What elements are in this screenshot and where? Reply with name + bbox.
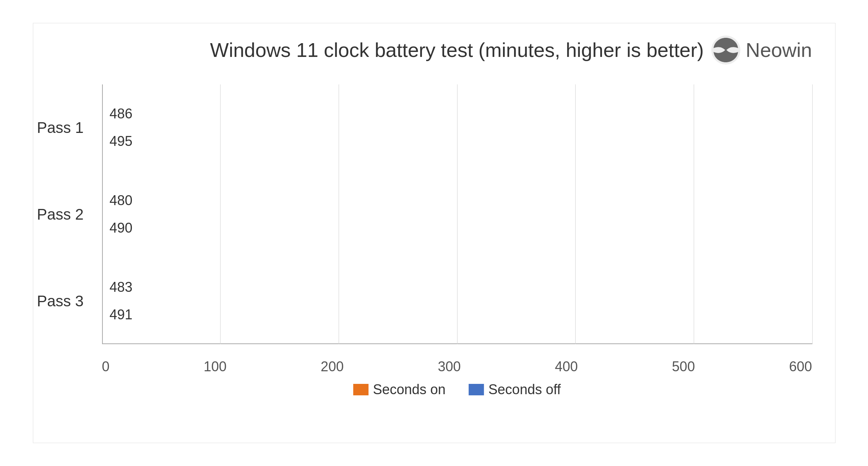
legend-color-orange (353, 384, 368, 395)
legend-label-seconds-off: Seconds off (488, 382, 561, 398)
legend-color-blue (469, 384, 484, 395)
bar-label-pass3-blue: 491 (109, 307, 132, 323)
bar-label-pass2-blue: 490 (109, 220, 132, 236)
x-label-300: 300 (438, 359, 461, 375)
neowin-logo: Neowin (711, 35, 812, 65)
grid-line-600 (812, 84, 813, 344)
legend: Seconds on Seconds off (353, 382, 561, 398)
bar-groups: Pass 1 486 495 Pass 2 480 (102, 84, 812, 344)
x-labels: 0 100 200 300 400 500 600 (102, 359, 812, 375)
x-label-100: 100 (204, 359, 227, 375)
chart-area: Pass 1 486 495 Pass 2 480 (102, 84, 812, 344)
x-label-600: 600 (789, 359, 812, 375)
bar-label-pass2-orange: 480 (109, 193, 132, 209)
x-label-500: 500 (672, 359, 695, 375)
bar-group-pass1: Pass 1 486 495 (102, 101, 812, 154)
x-label-200: 200 (321, 359, 344, 375)
legend-label-seconds-on: Seconds on (373, 382, 446, 398)
bar-label-pass1-blue: 495 (109, 133, 132, 149)
x-label-400: 400 (555, 359, 578, 375)
chart-container: Windows 11 clock battery test (minutes, … (33, 23, 836, 443)
brand-name: Neowin (746, 39, 812, 61)
bar-group-pass2: Pass 2 480 490 (102, 188, 812, 241)
group-label-pass1: Pass 1 (37, 119, 84, 136)
chart-title-area: Windows 11 clock battery test (minutes, … (102, 39, 812, 61)
chart-title: Windows 11 clock battery test (minutes, … (210, 39, 704, 61)
bar-label-pass1-orange: 486 (109, 106, 132, 122)
neowin-icon (711, 35, 741, 65)
legend-item-seconds-on: Seconds on (353, 382, 446, 398)
bar-group-pass3: Pass 3 483 491 (102, 274, 812, 328)
legend-item-seconds-off: Seconds off (469, 382, 561, 398)
bar-label-pass3-orange: 483 (109, 279, 132, 295)
x-label-0: 0 (102, 359, 110, 375)
group-label-pass2: Pass 2 (37, 205, 84, 223)
group-label-pass3: Pass 3 (37, 292, 84, 309)
